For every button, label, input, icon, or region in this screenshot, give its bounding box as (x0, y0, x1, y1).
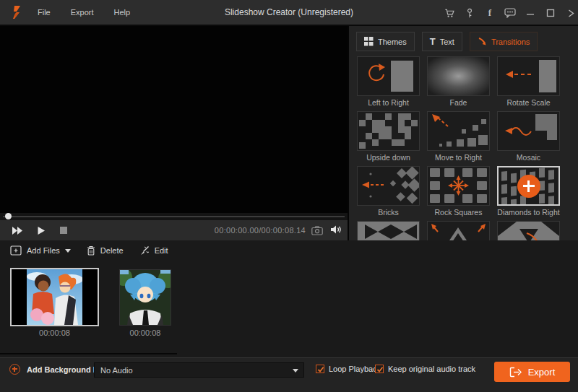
transition-tile-left-to-right[interactable]: Left to Right (357, 56, 420, 108)
delete-label: Delete (100, 246, 124, 255)
transition-label: Diamonds to Right (497, 207, 560, 217)
transition-label: Left to Right (357, 97, 420, 108)
transition-tile-move-to-right[interactable]: Move to Right (427, 111, 490, 162)
music-select-value: No Audio (100, 366, 133, 375)
add-transition-button[interactable] (517, 175, 540, 198)
minimize-icon[interactable] (525, 7, 536, 19)
playback-controls: 00:00:00.00/00:00:08.14 (0, 220, 348, 240)
checkbox-checked-icon (375, 365, 384, 373)
stop-icon[interactable] (59, 223, 68, 238)
transition-tile-partial-2[interactable] (427, 221, 490, 240)
transition-tile-mosaic[interactable]: Mosaic (497, 111, 560, 162)
cart-icon[interactable] (444, 7, 455, 19)
transition-label: Fade (427, 97, 490, 108)
timeline-slider[interactable] (0, 213, 348, 220)
delete-icon (87, 245, 95, 256)
transitions-grid: Left to Right Fade Rotate Scale (357, 56, 574, 240)
tab-label: Text (440, 38, 454, 46)
tab-label: Themes (378, 38, 407, 46)
panel-tabs: Themes T Text Transitions (356, 32, 538, 51)
transitions-arrow-icon (478, 37, 487, 46)
facebook-glyph: f (488, 7, 491, 19)
export-icon (509, 367, 522, 378)
menu-file[interactable]: File (30, 5, 58, 19)
transition-tile-bricks[interactable]: Bricks (357, 166, 420, 217)
volume-icon[interactable] (330, 225, 342, 238)
add-files-label: Add Files (27, 246, 60, 255)
edit-button[interactable]: Edit (139, 245, 168, 256)
maximize-icon[interactable] (545, 7, 556, 19)
clip-thumbnail-1[interactable] (10, 268, 99, 326)
snapshot-icon[interactable] (311, 225, 323, 238)
tab-themes[interactable]: Themes (356, 32, 415, 51)
video-preview[interactable] (0, 26, 348, 213)
add-music-icon[interactable] (9, 364, 20, 375)
clip-1-duration: 00:00:08 (10, 328, 99, 337)
keep-audio-label: Keep original audio track (388, 365, 475, 373)
edit-wand-icon (139, 245, 150, 256)
loop-playback-label: Loop Playback (329, 365, 381, 373)
facebook-icon[interactable]: f (484, 7, 496, 19)
transition-label: Bricks (357, 207, 420, 217)
tab-text[interactable]: T Text (422, 32, 462, 51)
transition-label: Rotate Scale (497, 97, 560, 108)
edit-label: Edit (155, 246, 168, 255)
tab-transitions[interactable]: Transitions (470, 32, 538, 51)
export-button[interactable]: Export (494, 362, 570, 382)
transition-tile-partial-3[interactable] (497, 221, 560, 240)
add-files-button[interactable]: Add Files (10, 245, 71, 256)
background-music-select[interactable]: No Audio (94, 362, 304, 378)
caret-down-icon (65, 249, 71, 253)
menu-export[interactable]: Export (64, 5, 101, 19)
key-icon[interactable] (464, 7, 475, 19)
slider-handle[interactable] (5, 213, 12, 219)
transition-tile-upside-down[interactable]: Upside down (357, 111, 420, 162)
play-icon[interactable] (37, 223, 46, 238)
clip-2-image (120, 270, 171, 325)
transition-tile-diamonds-to-right[interactable]: Diamonds to Right (497, 166, 560, 217)
transition-preview (357, 56, 420, 96)
clip-2-duration: 00:00:08 (119, 328, 171, 337)
clip-thumbnail-2[interactable] (119, 269, 171, 326)
transition-preview (427, 166, 490, 206)
app-logo-icon (9, 4, 25, 20)
transition-preview (427, 111, 490, 151)
transition-label: Upside down (357, 152, 420, 162)
transition-label: Rock Squares (427, 207, 490, 217)
play-all-icon[interactable] (12, 223, 24, 238)
slider-track[interactable] (3, 216, 345, 217)
transition-preview (357, 166, 420, 206)
keep-audio-checkbox[interactable]: Keep original audio track (375, 365, 475, 373)
transition-preview (427, 221, 490, 240)
clips-toolbar: Add Files Delete Edit (10, 245, 168, 256)
loop-playback-checkbox[interactable]: Loop Playback (316, 365, 381, 373)
transition-preview (497, 56, 560, 96)
transition-preview (497, 166, 560, 206)
transition-preview (427, 56, 490, 96)
transition-preview (497, 111, 560, 151)
text-icon: T (430, 36, 436, 47)
add-files-icon (10, 245, 22, 256)
delete-button[interactable]: Delete (87, 245, 124, 256)
transition-preview (497, 221, 560, 240)
transition-tile-rotate-scale[interactable]: Rotate Scale (497, 56, 560, 108)
export-label: Export (528, 367, 556, 378)
transition-tile-partial-1[interactable] (357, 221, 420, 240)
titlebar: File Export Help Slideshow Creator (Unre… (0, 0, 578, 26)
time-display: 00:00:00.00/00:00:08.14 (215, 226, 306, 235)
close-icon[interactable] (565, 7, 577, 19)
transition-tile-fade[interactable]: Fade (427, 56, 490, 108)
clips-scrollbar[interactable] (0, 353, 177, 354)
effects-panel: Themes T Text Transitions Left to Right (348, 26, 578, 240)
slideshow-creator-window: File Export Help Slideshow Creator (Unre… (0, 0, 578, 392)
feedback-icon[interactable] (504, 7, 516, 19)
titlebar-icons: f (444, 0, 578, 26)
menu-help[interactable]: Help (107, 5, 138, 19)
clip-1-image (27, 269, 82, 325)
themes-grid-icon (364, 37, 374, 46)
tab-label: Transitions (491, 38, 530, 46)
transition-label: Move to Right (427, 152, 490, 162)
bottom-bar: Add Background Music: No Audio Loop Play… (0, 357, 578, 392)
transition-tile-rock-squares[interactable]: Rock Squares (427, 166, 490, 217)
music-caret-icon (293, 369, 298, 373)
